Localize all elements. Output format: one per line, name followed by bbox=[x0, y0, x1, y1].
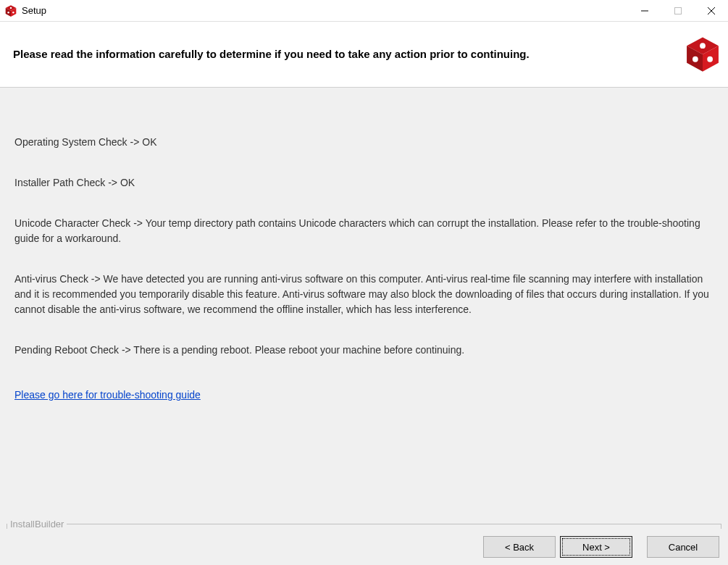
installbuilder-frame: InstallBuilder bbox=[7, 519, 721, 529]
content-area: Operating System Check -> OK Installer P… bbox=[0, 88, 728, 529]
wizard-footer: < Back Next > Cancel bbox=[0, 529, 728, 565]
svg-point-15 bbox=[700, 43, 706, 49]
next-button[interactable]: Next > bbox=[560, 536, 632, 558]
svg-point-14 bbox=[707, 56, 713, 62]
os-check-text: Operating System Check -> OK bbox=[14, 135, 714, 150]
svg-point-5 bbox=[10, 7, 12, 8]
brand-cube-icon bbox=[683, 35, 722, 74]
minimize-button[interactable] bbox=[628, 0, 661, 22]
window-title: Setup bbox=[22, 5, 628, 16]
path-check-text: Installer Path Check -> OK bbox=[14, 175, 714, 191]
antivirus-check-text: Anti-virus Check -> We have detected you… bbox=[14, 272, 714, 317]
wizard-header: Please read the information carefully to… bbox=[0, 22, 728, 88]
svg-rect-7 bbox=[675, 8, 682, 14]
reboot-check-text: Pending Reboot Check -> There is a pendi… bbox=[14, 343, 714, 358]
svg-point-3 bbox=[7, 12, 9, 13]
app-cube-icon bbox=[4, 4, 17, 17]
svg-point-13 bbox=[693, 56, 698, 62]
svg-point-4 bbox=[12, 12, 14, 13]
maximize-button[interactable] bbox=[661, 0, 695, 22]
installbuilder-label: InstallBuilder bbox=[7, 519, 67, 529]
window-controls bbox=[628, 0, 728, 21]
back-button[interactable]: < Back bbox=[483, 536, 556, 558]
troubleshooting-link[interactable]: Please go here for trouble-shooting guid… bbox=[14, 389, 201, 401]
titlebar: Setup bbox=[0, 0, 728, 22]
unicode-check-text: Unicode Character Check -> Your temp dir… bbox=[14, 216, 714, 246]
cancel-button[interactable]: Cancel bbox=[647, 536, 719, 558]
header-instruction: Please read the information carefully to… bbox=[13, 47, 530, 62]
close-button[interactable] bbox=[695, 0, 728, 22]
